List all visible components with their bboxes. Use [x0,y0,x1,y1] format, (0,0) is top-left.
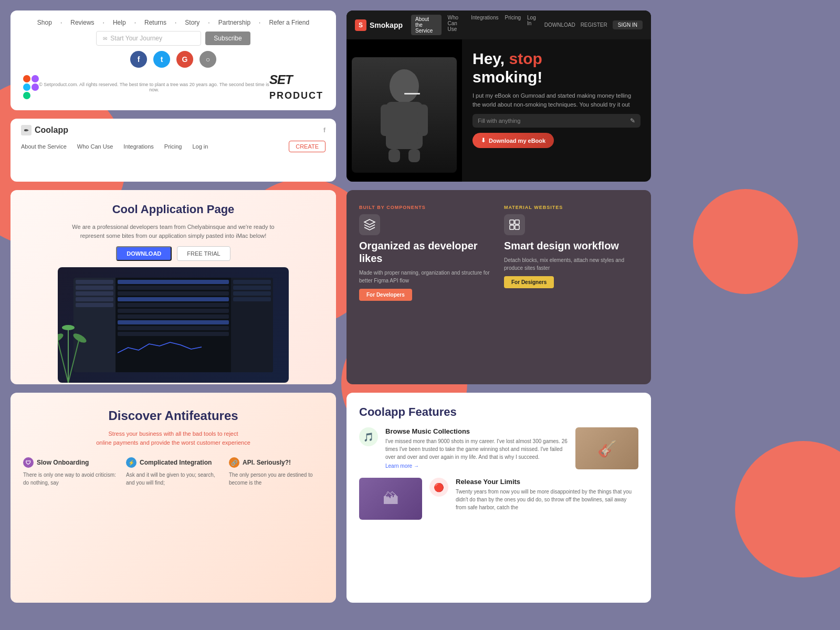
coolapp-feature-row-1: 🎵 Browse Music Collections I've missed m… [359,427,638,469]
google-icon[interactable]: G [176,51,193,68]
feature-slow-title: 🛡 Slow Onboarding [23,457,118,468]
smokapp-content: Hey, stop smoking! I put my eBook on Gum… [462,39,651,182]
coolapp-create-button[interactable]: CREATE [289,141,326,152]
person-playing-music: 🎸 [575,427,638,469]
mini-chart [118,340,229,355]
facebook-link-small[interactable]: f [323,127,326,134]
coolapp-logo-icon: ✏ [21,125,32,135]
feature1-title: Browse Music Collections [385,427,568,435]
smokapp-nav-integrations[interactable]: Integrations [471,15,498,35]
sidebar-item-1 [76,280,113,284]
smokapp-body: Hey, stop smoking! I put my eBook on Gum… [346,39,651,182]
subscribe-button[interactable]: Subscribe [205,32,250,45]
cool-app-download-button[interactable]: DOWNLOAD [116,246,172,261]
feature1-desc: I've missed more than 9000 shots in my c… [385,437,568,461]
smokapp-register-link[interactable]: REGISTER [581,22,607,28]
coolapp-feature-row-2: 🏔 🔴 Release Your Limits Twenty years fro… [359,478,638,520]
smokapp-headline: Hey, stop smoking! [472,50,640,86]
instagram-icon[interactable]: ○ [200,51,216,68]
cool-app-panel: Cool Application Page We are a professio… [10,190,336,384]
coolapp-nav-pricing[interactable]: Pricing [164,143,182,150]
nav-returns[interactable]: Returns [144,19,166,26]
smokapp-fill-input[interactable]: Fill with anything ✎ [472,114,640,128]
svg-point-9 [62,325,75,330]
nav-story[interactable]: Story [185,19,200,26]
coolapp-features-panel: Coolapp Features 🎵 Browse Music Collecti… [346,393,651,603]
coolapp-nav-who[interactable]: Who Can Use [77,143,113,150]
nav-sep6: · [259,19,260,26]
nav-help[interactable]: Help [113,19,126,26]
mockup-main [116,278,231,372]
nav-sep1: · [60,19,62,26]
integration-feature-icon: ⚡ [126,457,136,468]
smokapp-nav-login[interactable]: Log In [527,15,536,35]
discover-title: Discover Antifeatures [23,408,323,423]
smokapp-nav-about[interactable]: About the Service [411,15,441,35]
coolapp-nav-about[interactable]: About the Service [21,143,67,150]
smokapp-signin-button[interactable]: SIGN IN [613,20,643,29]
figma-dot-2 [32,75,39,82]
coolapp-nav-login[interactable]: Log in [192,143,208,150]
person-silhouette [373,68,436,162]
coolapp-features-title: Coolapp Features [359,405,638,419]
figma-dot-3 [23,83,30,91]
cool-app-title: Cool Application Page [112,203,235,216]
setproduct-logo: SETPRODUCT [269,72,323,102]
feature-desc-1: Made with proper naming, organization an… [359,269,494,285]
nav-partnership[interactable]: Partnership [218,19,250,26]
mockup-row-2 [118,286,229,290]
svg-rect-10 [510,220,514,224]
coolapp-nav-row: About the Service Who Can Use Integratio… [21,141,326,152]
svg-rect-3 [417,104,428,136]
smokapp-hey: Hey, [472,50,509,67]
smokapp-nav-pricing[interactable]: Pricing [505,15,521,35]
email-input[interactable]: ✉ Start Your Journey [96,31,201,46]
nav-sep4: · [175,19,176,26]
coolapp-logo-text: Coolapp [35,125,68,135]
coolapp-nav-panel: ✏ Coolapp f About the Service Who Can Us… [10,119,336,182]
mockup-row-3 [118,291,229,296]
smokapp-input-text: Fill with anything [478,118,627,124]
newsletter-panel: Shop · Reviews · Help · Returns · Story … [10,10,336,110]
feature1-learn-more[interactable]: Learn more → [385,463,568,469]
svg-rect-13 [515,225,519,229]
cool-app-trial-button[interactable]: FREE TRIAL [177,246,230,261]
sidebar-item-2 [76,286,113,290]
svg-rect-2 [381,104,391,136]
nav-reviews[interactable]: Reviews [70,19,94,26]
smokapp-nav: S Smokapp About the Service Who Can Use … [346,10,651,39]
smokapp-panel: S Smokapp About the Service Who Can Use … [346,10,651,182]
cool-app-subtitle: We are a professional developers team fr… [68,223,278,240]
smokapp-download-link[interactable]: DOWNLOAD [544,22,575,28]
smokapp-person-image [346,39,462,182]
mockup-row-1 [118,280,229,284]
copyright-text: © Setproduct.com. All rights reserved. T… [39,82,269,92]
smokapp-nav-who[interactable]: Who Can Use [448,15,465,35]
smokapp-nav-links: About the Service Who Can Use Integratio… [411,15,536,35]
feature-api-desc: The only person you are destined to beco… [229,471,323,487]
coolapp-nav-integrations[interactable]: Integrations [123,143,153,150]
feature-desc-2: Detach blocks, mix elements, attach new … [504,256,638,272]
feature2-image: 🏔 [359,478,422,520]
mockup-row-10 [118,332,229,336]
designers-button[interactable]: For Designers [504,276,554,288]
developers-button[interactable]: For Developers [359,289,412,301]
mockup-screen [74,278,273,372]
feature2-content: Release Your Limits Twenty years from no… [456,478,638,511]
nav-refer[interactable]: Refer a Friend [269,19,309,26]
discover-feature-1: 🛡 Slow Onboarding There is only one way … [23,457,118,487]
feature-card-developers: BUILT BY COMPONENTS Organized as develop… [359,205,494,370]
nav-shop[interactable]: Shop [37,19,52,26]
feature-label-material: MATERIAL WEBSITES [504,205,638,210]
feature1-content: Browse Music Collections I've missed mor… [385,427,568,469]
figma-dot-1 [23,75,30,82]
smokapp-download-button[interactable]: ⬇ Download my eBook [472,133,554,148]
api-feature-icon: 🔗 [229,457,239,468]
right-item-3 [233,291,271,296]
facebook-icon[interactable]: f [130,51,147,68]
mockup-row-8 [118,320,229,324]
discover-feature-2: ⚡ Complicated Integration Ask and it wil… [126,457,220,487]
feature-icon-layers [359,214,380,235]
panels-grid: Shop · Reviews · Help · Returns · Story … [0,0,840,613]
twitter-icon[interactable]: t [153,51,170,68]
